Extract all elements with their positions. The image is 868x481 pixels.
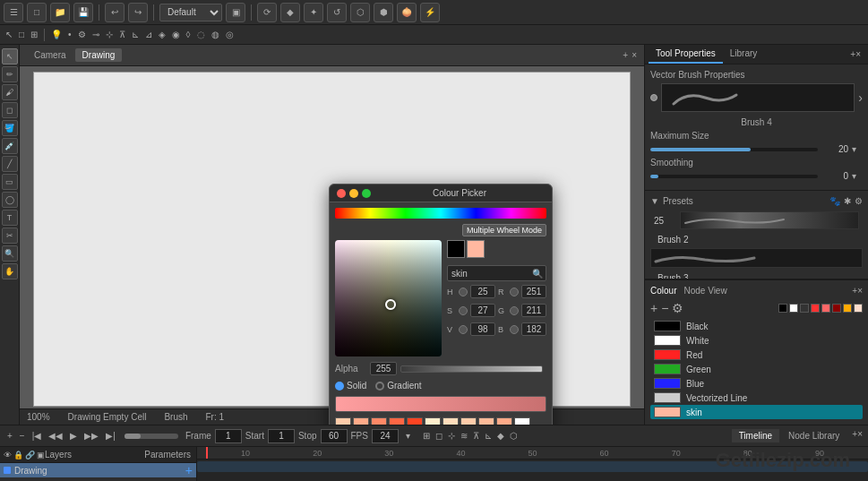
swatch-darkred[interactable] <box>832 304 841 313</box>
swatch-orange[interactable] <box>843 304 852 313</box>
rect-tool[interactable]: ▭ <box>2 174 18 190</box>
start-input[interactable] <box>268 429 295 443</box>
swatch-cell[interactable] <box>514 417 530 425</box>
undo-btn[interactable]: ↩ <box>105 3 125 22</box>
tl-next-btn[interactable]: ▶▶ <box>82 431 100 441</box>
spectrum-bar[interactable] <box>335 208 546 219</box>
preset-item-3[interactable]: Brush 3 <box>650 271 863 279</box>
rotate-btn[interactable]: ↺ <box>327 3 347 22</box>
swatch-cell[interactable] <box>496 417 512 425</box>
sec-tool6[interactable]: ⊼ <box>117 30 127 39</box>
b-value[interactable] <box>521 322 546 336</box>
tl-playbar[interactable] <box>125 434 178 439</box>
tl-tool1[interactable]: ⊞ <box>421 431 432 441</box>
select-tool[interactable]: □ <box>17 30 26 39</box>
frame-input[interactable] <box>215 429 242 443</box>
swatch-dark[interactable] <box>800 304 809 313</box>
cursor-tool[interactable]: ↖ <box>4 30 14 39</box>
sec-tool11[interactable]: ◊ <box>185 30 193 39</box>
gradient-radio[interactable]: Gradient <box>375 381 421 391</box>
picker-close-btn[interactable] <box>337 189 346 198</box>
v-value[interactable] <box>470 322 495 336</box>
palette-del-btn[interactable]: − <box>661 301 668 315</box>
swatch-white[interactable] <box>789 304 798 313</box>
colour-panel-close[interactable]: +× <box>852 286 863 296</box>
swatch-cell[interactable] <box>353 417 369 425</box>
scale-btn[interactable]: ⬡ <box>350 3 370 22</box>
r-value[interactable] <box>521 285 546 298</box>
save-btn[interactable]: 💾 <box>73 3 93 22</box>
open-btn[interactable]: 📁 <box>50 3 70 22</box>
layer-link-btn[interactable]: 🔗 <box>25 451 35 460</box>
select-btn[interactable]: ◆ <box>280 3 300 22</box>
drawing-tab[interactable]: Drawing <box>75 48 123 62</box>
redo-btn[interactable]: ↪ <box>128 3 148 22</box>
tl-end-btn[interactable]: ▶| <box>104 431 117 441</box>
swatch-cell[interactable] <box>371 417 387 425</box>
menu-btn[interactable]: ☰ <box>4 3 23 22</box>
new-btn[interactable]: □ <box>27 3 47 22</box>
paint-tool[interactable]: 🪣 <box>2 120 18 136</box>
hand-tool[interactable]: ✋ <box>2 263 18 279</box>
tl-tool7[interactable]: ◆ <box>495 431 506 441</box>
palette-item-black[interactable]: Black <box>650 319 863 333</box>
fps-dropdown[interactable]: ▾ <box>406 431 410 441</box>
sec-tool4[interactable]: ⊸ <box>90 30 101 39</box>
fps-input[interactable] <box>372 429 399 443</box>
preset-item-1[interactable]: 25 <box>650 210 863 231</box>
swatch-cell[interactable] <box>389 417 405 425</box>
tl-tool3[interactable]: ⊹ <box>446 431 457 441</box>
b-circle[interactable] <box>510 325 519 334</box>
palette-item-green[interactable]: Green <box>650 362 863 376</box>
zoom-tool[interactable]: 🔍 <box>2 245 18 262</box>
timeline-track[interactable]: 10 20 30 40 50 60 70 80 90 <box>197 447 868 481</box>
ellipse-tool[interactable]: ◯ <box>2 192 18 208</box>
tl-play-btn[interactable]: ▶ <box>68 431 79 441</box>
swatch-cell[interactable] <box>460 417 477 425</box>
sec-tool9[interactable]: ◈ <box>157 30 168 39</box>
preset-add-btn[interactable]: 🐾 <box>829 196 840 206</box>
swatch-cell[interactable] <box>335 417 351 425</box>
swatch-pink[interactable] <box>821 304 830 313</box>
onion-btn[interactable]: 🧅 <box>397 3 417 22</box>
text-tool[interactable]: T <box>2 210 18 226</box>
timeline-tab[interactable]: Timeline <box>732 429 779 442</box>
dot-btn[interactable]: • <box>66 30 73 39</box>
swatch-cell[interactable] <box>443 417 459 425</box>
arrow-tool[interactable]: ↖ <box>2 48 18 64</box>
tl-tool2[interactable]: ◻ <box>434 431 444 441</box>
tool-properties-tab[interactable]: Tool Properties <box>649 45 723 64</box>
layer-anim-btn[interactable]: ▣ <box>37 451 45 460</box>
tl-del-btn[interactable]: − <box>18 431 27 441</box>
tl-tool5[interactable]: ⊼ <box>471 431 481 441</box>
palette-add-btn[interactable]: + <box>650 301 657 315</box>
swatch-cell[interactable] <box>407 417 423 425</box>
r-circle[interactable] <box>510 288 519 296</box>
preset-del-btn[interactable]: ✱ <box>844 196 851 206</box>
light-btn[interactable]: 💡 <box>49 30 64 39</box>
preset-item-2[interactable]: Brush 2 <box>650 233 863 246</box>
swatch-cell[interactable] <box>478 417 494 425</box>
colour-tab[interactable]: Colour <box>650 286 676 296</box>
tl-tool8[interactable]: ⬡ <box>508 431 520 441</box>
g-value[interactable] <box>521 304 546 317</box>
tl-close-btn[interactable]: +× <box>852 429 863 442</box>
s-value[interactable] <box>470 304 495 317</box>
sec-tool3[interactable]: ⚙ <box>76 30 88 39</box>
multiple-wheel-mode-btn[interactable]: Multiple Wheel Mode <box>462 224 546 236</box>
palette-item-white[interactable]: White <box>650 333 863 348</box>
workspace-dropdown[interactable]: Default <box>159 4 222 21</box>
alpha-value[interactable] <box>370 362 397 375</box>
camera-tab[interactable]: Camera <box>27 48 73 62</box>
s-circle[interactable] <box>459 306 468 315</box>
max-size-slider[interactable] <box>650 148 818 151</box>
smoothing-slider[interactable] <box>650 175 818 178</box>
layer-eye-btn[interactable]: 👁 <box>4 451 12 460</box>
g-circle[interactable] <box>510 306 519 315</box>
sec-tool8[interactable]: ⊿ <box>143 30 154 39</box>
tl-tool4[interactable]: ≋ <box>459 431 469 441</box>
panel-close-btn[interactable]: +× <box>847 47 864 61</box>
solid-radio[interactable]: Solid <box>335 381 366 391</box>
sec-tool7[interactable]: ⊾ <box>130 30 141 39</box>
drawing-layer[interactable]: Drawing + <box>0 463 196 477</box>
